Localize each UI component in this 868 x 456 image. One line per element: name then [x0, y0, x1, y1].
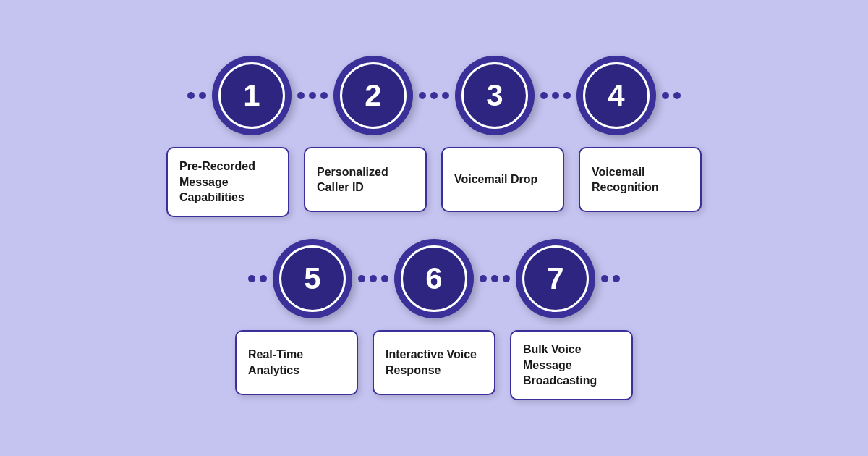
dot: [320, 92, 328, 99]
circle-item-3: 3: [455, 56, 535, 135]
label-text-2: Personalized Caller ID: [317, 164, 414, 195]
label-text-7: Bulk Voice Message Broadcasting: [523, 342, 620, 389]
circle-number-2: 2: [365, 80, 381, 111]
row1-labels: Pre-Recorded Message Capabilities Person…: [166, 147, 702, 217]
dot: [419, 92, 426, 99]
label-box-1: Pre-Recorded Message Capabilities: [166, 147, 289, 217]
circle-item-6: 6: [394, 239, 474, 318]
circle-number-5: 5: [304, 263, 320, 294]
dot-connector-3-4: [535, 92, 576, 99]
circle-inner-5: 5: [279, 245, 346, 312]
left-dots-row1: [182, 92, 212, 99]
circle-outer-5: 5: [273, 239, 352, 318]
dot: [601, 275, 608, 282]
circle-number-6: 6: [425, 263, 442, 294]
label-text-5: Real-Time Analytics: [248, 347, 345, 378]
label-text-6: Interactive Voice Response: [386, 347, 482, 378]
circle-number-1: 1: [243, 80, 260, 111]
dot-connector-1-2: [292, 92, 333, 99]
dot: [309, 92, 316, 99]
dot: [662, 92, 669, 99]
row2-circles: 5 6 7: [242, 239, 626, 318]
label-text-4: Voicemail Recognition: [592, 164, 689, 195]
circle-outer-2: 2: [333, 56, 413, 135]
circle-inner-7: 7: [522, 245, 589, 312]
dot-connector-6-7: [474, 275, 516, 282]
dot: [613, 275, 620, 282]
circle-outer-6: 6: [394, 239, 474, 318]
right-dots-row2: [595, 275, 626, 282]
label-box-3: Voicemail Drop: [441, 147, 564, 212]
circle-inner-1: 1: [218, 62, 285, 129]
dot: [187, 92, 195, 99]
dot: [370, 275, 377, 282]
circle-item-5: 5: [273, 239, 352, 318]
label-box-4: Voicemail Recognition: [579, 147, 702, 212]
dot-connector-2-3: [413, 92, 455, 99]
dot: [563, 92, 571, 99]
label-text-3: Voicemail Drop: [454, 172, 537, 187]
dot: [430, 92, 438, 99]
circle-outer-7: 7: [516, 239, 595, 318]
dot: [503, 275, 510, 282]
circle-item-4: 4: [576, 56, 656, 135]
dot: [552, 92, 559, 99]
main-container: 1 2 3: [36, 56, 832, 400]
circle-item-7: 7: [516, 239, 595, 318]
dot: [491, 275, 498, 282]
dot: [199, 92, 206, 99]
dot: [381, 275, 388, 282]
dot: [248, 275, 255, 282]
circle-outer-1: 1: [212, 56, 292, 135]
dot: [358, 275, 365, 282]
left-dots-row2: [242, 275, 273, 282]
circle-item-1: 1: [212, 56, 292, 135]
dot: [297, 92, 305, 99]
circle-number-3: 3: [486, 80, 503, 111]
circle-number-7: 7: [547, 263, 563, 294]
circle-number-4: 4: [608, 80, 624, 111]
circle-inner-4: 4: [583, 62, 650, 129]
row2-labels: Real-Time Analytics Interactive Voice Re…: [235, 330, 633, 400]
label-box-7: Bulk Voice Message Broadcasting: [510, 330, 633, 400]
dot-connector-5-6: [352, 275, 394, 282]
circle-inner-2: 2: [340, 62, 407, 129]
label-box-5: Real-Time Analytics: [235, 330, 358, 395]
circle-outer-4: 4: [576, 56, 656, 135]
circle-inner-6: 6: [401, 245, 467, 312]
dot: [260, 275, 267, 282]
label-box-2: Personalized Caller ID: [304, 147, 427, 212]
right-dots-row1: [656, 92, 686, 99]
label-text-1: Pre-Recorded Message Capabilities: [179, 159, 276, 206]
dot: [673, 92, 681, 99]
dot: [442, 92, 449, 99]
label-box-6: Interactive Voice Response: [373, 330, 495, 395]
circle-outer-3: 3: [455, 56, 535, 135]
circle-item-2: 2: [333, 56, 413, 135]
dot: [540, 92, 548, 99]
dot: [480, 275, 487, 282]
circle-inner-3: 3: [461, 62, 528, 129]
row1-circles: 1 2 3: [182, 56, 686, 135]
